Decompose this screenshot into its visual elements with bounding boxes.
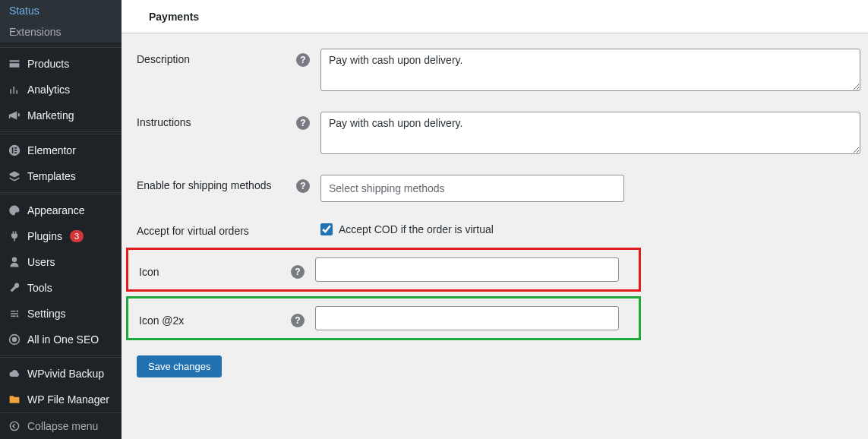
label-icon2x: Icon @2x — [131, 310, 291, 327]
label-shipping-methods: Enable for shipping methods — [129, 175, 296, 191]
svg-rect-4 — [14, 152, 17, 153]
row-instructions: Instructions ? — [122, 103, 868, 166]
sidebar-item-tools[interactable]: Tools — [0, 275, 122, 301]
svg-rect-3 — [14, 150, 17, 151]
row-shipping-methods: Enable for shipping methods ? Select shi… — [122, 166, 868, 211]
label-description: Description — [129, 49, 296, 65]
sidebar-item-users[interactable]: Users — [0, 249, 122, 275]
sidebar-separator — [0, 192, 122, 194]
users-icon — [8, 255, 21, 269]
row-virtual-orders: Accept for virtual orders ? Accept COD i… — [122, 211, 868, 248]
plugins-badge: 3 — [70, 230, 84, 242]
file-manager-icon — [8, 393, 21, 406]
sidebar-item-label: All in One SEO — [27, 333, 99, 346]
save-changes-button[interactable]: Save changes — [137, 355, 222, 377]
sidebar-item-marketing[interactable]: Marketing — [0, 103, 122, 128]
appearance-icon — [8, 204, 21, 217]
settings-tabs: Payments — [122, 0, 868, 33]
sidebar-item-wpvivid-backup[interactable]: WPvivid Backup — [0, 361, 122, 387]
sidebar-item-appearance[interactable]: Appearance — [0, 197, 122, 223]
sidebar-item-elementor[interactable]: Elementor — [0, 137, 122, 163]
sidebar-item-label: Marketing — [27, 109, 74, 122]
sidebar-item-label: Analytics — [27, 84, 70, 96]
marketing-icon — [8, 109, 21, 122]
sidebar-item-label: Plugins — [27, 230, 62, 242]
sidebar-item-label: Users — [27, 256, 55, 268]
sidebar-submenu: Status Extensions — [0, 0, 122, 43]
sidebar-sub-status[interactable]: Status — [0, 0, 122, 21]
collapse-menu-button[interactable]: Collapse menu — [0, 412, 122, 439]
sidebar-sub-extensions[interactable]: Extensions — [0, 21, 122, 43]
instructions-textarea[interactable] — [320, 112, 860, 154]
analytics-icon — [8, 83, 21, 96]
icon2x-input[interactable] — [315, 306, 619, 330]
sidebar-item-label: Settings — [27, 308, 66, 320]
main-content: Payments Description ? Instructions ? En… — [122, 0, 868, 439]
cloud-icon — [8, 367, 21, 381]
settings-icon — [8, 307, 21, 321]
svg-point-5 — [17, 310, 18, 311]
row-icon2x-highlighted: Icon @2x ? — [126, 296, 641, 340]
sidebar-item-label: WP File Manager — [27, 393, 109, 406]
svg-rect-1 — [12, 147, 14, 153]
row-description: Description ? — [122, 39, 868, 103]
icon-input[interactable] — [315, 257, 619, 282]
svg-rect-2 — [14, 147, 17, 149]
description-textarea[interactable] — [320, 49, 860, 91]
accept-virtual-label: Accept COD if the order is virtual — [339, 223, 494, 235]
shipping-methods-select[interactable]: Select shipping methods — [320, 175, 624, 202]
collapse-icon — [8, 419, 21, 433]
label-instructions: Instructions — [129, 112, 296, 128]
sidebar-item-label: Products — [27, 58, 69, 70]
help-icon[interactable]: ? — [296, 179, 310, 193]
sidebar-item-label: WPvivid Backup — [27, 368, 104, 380]
label-virtual-orders: Accept for virtual orders — [129, 220, 296, 237]
help-icon[interactable]: ? — [296, 53, 310, 67]
sidebar-separator — [0, 355, 122, 358]
sidebar-separator — [0, 46, 122, 48]
settings-body: Description ? Instructions ? Enable for … — [122, 33, 868, 439]
help-icon[interactable]: ? — [291, 314, 305, 327]
svg-point-8 — [10, 422, 18, 430]
sidebar-item-wp-file-manager[interactable]: WP File Manager — [0, 387, 122, 412]
row-icon-highlighted: Icon ? — [126, 248, 641, 292]
submit-row: Save changes — [122, 340, 868, 377]
admin-sidebar: Status Extensions Products Analytics Mar… — [0, 0, 122, 439]
plugins-icon — [8, 229, 21, 243]
elementor-icon — [8, 144, 21, 157]
sidebar-separator — [0, 131, 122, 134]
sidebar-item-settings[interactable]: Settings — [0, 301, 122, 327]
collapse-menu-label: Collapse menu — [27, 420, 98, 432]
sidebar-item-label: Templates — [27, 170, 76, 182]
help-icon[interactable]: ? — [296, 116, 310, 130]
accept-virtual-checkbox[interactable] — [320, 223, 333, 235]
help-icon[interactable]: ? — [291, 265, 305, 279]
sidebar-item-templates[interactable]: Templates — [0, 163, 122, 189]
sidebar-item-all-in-one-seo[interactable]: All in One SEO — [0, 327, 122, 352]
sidebar-item-label: Elementor — [27, 144, 76, 156]
label-icon: Icon — [131, 261, 291, 278]
tools-icon — [8, 281, 21, 295]
sidebar-item-plugins[interactable]: Plugins 3 — [0, 223, 122, 249]
tab-payments[interactable]: Payments — [137, 2, 211, 32]
sidebar-item-analytics[interactable]: Analytics — [0, 77, 122, 103]
seo-icon — [8, 333, 21, 346]
sidebar-item-label: Appearance — [27, 204, 85, 216]
templates-icon — [8, 169, 21, 183]
svg-point-6 — [17, 315, 18, 317]
products-icon — [8, 57, 21, 71]
sidebar-item-label: Tools — [27, 282, 52, 294]
sidebar-item-products[interactable]: Products — [0, 51, 122, 77]
